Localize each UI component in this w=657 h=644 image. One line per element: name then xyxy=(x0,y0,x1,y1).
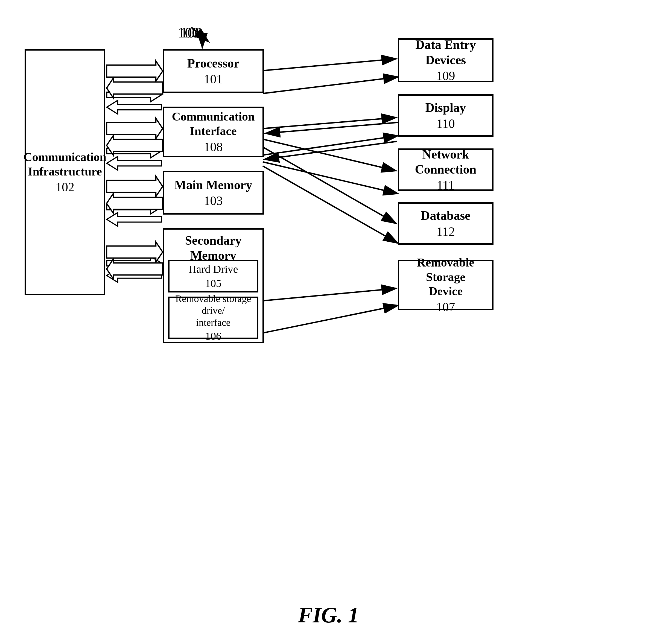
svg-line-14 xyxy=(266,141,397,159)
hard-drive-title: Hard Drive xyxy=(188,263,238,276)
removable-drive-title: Removable storage drive/ interface xyxy=(169,293,257,328)
processor-box: Processor 101 xyxy=(163,49,264,93)
secondary-memory-box: Secondary Memory 104 Hard Drive 105 Remo… xyxy=(163,228,264,343)
main-memory-title: Main Memory xyxy=(175,177,252,192)
svg-marker-4 xyxy=(107,88,161,102)
comm-interface-number: 108 xyxy=(204,140,223,154)
hard-drive-number: 105 xyxy=(205,277,222,290)
comm-infra-number: 102 xyxy=(55,180,74,194)
comm-interface-box: Communication Interface 108 xyxy=(163,107,264,157)
comm-infra-title: Communication Infrastructure xyxy=(24,150,106,179)
removable-storage-number: 107 xyxy=(436,300,455,314)
removable-drive-box: Removable storage drive/ interface 106 xyxy=(168,297,258,339)
svg-line-17 xyxy=(263,306,397,333)
main-memory-number: 103 xyxy=(204,193,223,208)
display-box: Display 110 xyxy=(398,94,494,137)
removable-drive-number: 106 xyxy=(205,330,222,343)
ref-100-label: 100 xyxy=(180,25,202,41)
network-title: Network Connection xyxy=(399,147,492,177)
data-entry-number: 109 xyxy=(436,69,455,83)
svg-marker-8 xyxy=(107,200,161,214)
data-entry-title: Data Entry Devices xyxy=(399,37,492,67)
database-title: Database xyxy=(421,208,470,223)
svg-line-15 xyxy=(263,162,397,193)
secondary-memory-title: Secondary Memory xyxy=(164,233,263,263)
svg-marker-6 xyxy=(107,144,161,158)
svg-line-13 xyxy=(263,136,397,155)
display-number: 110 xyxy=(436,116,455,131)
svg-line-16 xyxy=(263,166,397,243)
svg-marker-11 xyxy=(107,269,161,282)
data-entry-box: Data Entry Devices 109 xyxy=(398,38,494,82)
network-box: Network Connection 111 xyxy=(398,148,494,191)
svg-marker-9 xyxy=(107,213,161,226)
processor-title: Processor xyxy=(187,56,240,71)
database-number: 112 xyxy=(436,224,455,239)
svg-marker-7 xyxy=(107,156,161,170)
figure-label: FIG. 1 xyxy=(0,603,657,628)
main-memory-box: Main Memory 103 xyxy=(163,171,264,214)
svg-marker-5 xyxy=(107,100,161,114)
display-title: Display xyxy=(425,100,466,115)
comm-infra-box: Communication Infrastructure 102 xyxy=(25,49,105,295)
removable-storage-box: Removable Storage Device 107 xyxy=(398,260,494,310)
svg-line-12 xyxy=(263,77,397,93)
database-box: Database 112 xyxy=(398,202,494,245)
comm-interface-title: Communication Interface xyxy=(172,110,254,139)
network-number: 111 xyxy=(437,178,455,192)
hard-drive-box: Hard Drive 105 xyxy=(168,260,258,293)
processor-number: 101 xyxy=(204,72,223,86)
svg-marker-10 xyxy=(107,256,161,270)
removable-storage-title: Removable Storage Device xyxy=(399,256,492,299)
